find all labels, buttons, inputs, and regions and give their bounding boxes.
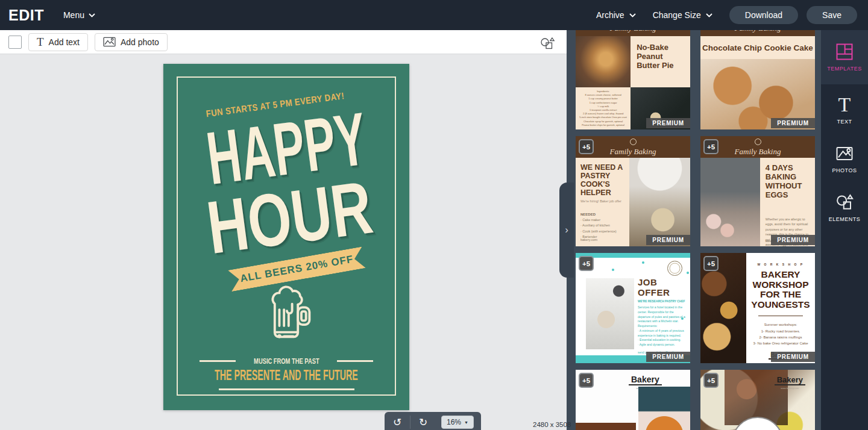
photos-icon: [835, 145, 854, 163]
poster-footer: MUSIC FROM THE PAST THE PRESENTE AND THE…: [163, 357, 409, 390]
template-title: 4 DAYS BAKING WITHOUT EGGS: [766, 164, 810, 200]
template-body: Summer workshops: 1- Rocky road brownies…: [751, 322, 810, 346]
template-card-share-and-enjoy[interactable]: +5 Bakery www.bakery.com SHARE AND ENJOY…: [700, 370, 815, 430]
orange-cake-photo: [638, 387, 690, 430]
plus-count-badge: +5: [703, 256, 719, 271]
premium-badge: PREMIUM: [771, 352, 815, 362]
poster-headline-group: FUN STARTS AT 5 PM EVERY DAY! HAPPY HOUR…: [163, 84, 409, 296]
ingredients-text: Ingredients: 8 ounces cream cheese, soft…: [576, 87, 631, 129]
bakery-logo-icon: [630, 139, 637, 145]
footer-rule: [219, 388, 354, 390]
template-card-no-bake-pie[interactable]: Family Baking No-Bake Peanut Butter Pie …: [576, 30, 690, 129]
text-tool-icon: T: [37, 36, 44, 48]
template-subtitle: WE'RE RESEARCH PASTRY CHEF: [638, 300, 686, 303]
template-title: No-Bake Peanut Butter Pie: [637, 43, 684, 70]
bakery-logo-text: Bakery: [775, 375, 805, 385]
canvas-dimensions-label: 2480 x 3508: [533, 421, 571, 428]
download-button[interactable]: Download: [729, 6, 798, 24]
plus-count-badge: +5: [703, 139, 719, 154]
topbar-actions: Archive Change Size Download Save: [596, 6, 857, 24]
chevron-down-icon: [706, 13, 712, 17]
add-text-button[interactable]: T Add text: [28, 33, 88, 51]
website-text: www.bakery.com: [775, 387, 805, 390]
website-text: bakery.com: [580, 238, 597, 241]
footer-line-right: [337, 360, 373, 362]
text-icon: T: [838, 96, 851, 114]
template-title: Chocolate Chip Cookie Cake: [702, 43, 813, 52]
chevron-down-icon: [629, 13, 636, 17]
chevron-down-icon: [89, 13, 95, 17]
sidebar-item-elements[interactable]: ELEMENTS: [821, 182, 868, 234]
template-body: Services for a hotel located in the cent…: [638, 305, 686, 347]
workshop-kicker: W O R K S H O P: [751, 263, 810, 266]
premium-badge: PREMIUM: [771, 118, 815, 128]
template-subtitle: We're hiring! Baker job offer: [580, 199, 624, 203]
elements-icon: [835, 193, 854, 211]
plus-count-badge: +5: [579, 139, 594, 154]
app-logo: EDIT: [8, 7, 44, 24]
templates-icon: [835, 43, 854, 61]
needed-title: NEEDED: [580, 213, 624, 216]
image-icon: [103, 37, 116, 47]
archive-dropdown[interactable]: Archive: [596, 10, 636, 20]
bakery-logo-icon: [755, 139, 761, 145]
caret-down-icon: ▼: [464, 420, 468, 425]
template-card-cookie-cake[interactable]: Family Baking Chocolate Chip Cookie Cake…: [700, 30, 815, 129]
save-button[interactable]: Save: [807, 6, 857, 24]
beer-mug-icon: [257, 281, 315, 344]
template-card-pastry-helper[interactable]: +5 Family Baking WE NEED A PASTRY COOK'S…: [576, 136, 690, 246]
pie-photo: [576, 36, 631, 87]
template-card-bakery-workshop[interactable]: +5 W O R K S H O P BAKERY WORKSHOP FOR T…: [700, 253, 815, 363]
templates-panel: Family Baking No-Bake Peanut Butter Pie …: [567, 30, 821, 430]
bakery-window-photo: [700, 158, 760, 246]
sidebar-item-text[interactable]: T TEXT: [821, 84, 868, 136]
plus-count-badge: +5: [579, 373, 594, 388]
app-window: EDIT Menu Archive Change Size Download S…: [0, 0, 868, 430]
template-title: WE NEED A PASTRY COOK'S HELPER: [580, 163, 624, 197]
shapes-icon[interactable]: [540, 37, 556, 49]
template-title: BAKERY WORKSHOP FOR THE YOUNGESTS: [751, 270, 810, 310]
redo-button[interactable]: ↻: [410, 412, 436, 430]
poster-title-line2: HOUR: [204, 172, 376, 262]
add-photo-button[interactable]: Add photo: [95, 33, 168, 51]
premium-badge: PREMIUM: [771, 235, 815, 245]
menu-dropdown[interactable]: Menu: [63, 10, 95, 20]
background-color-swatch-button[interactable]: [8, 36, 22, 49]
canvas-controls: ↺ ↻ 16% ▼: [385, 412, 481, 430]
pie-table-photo: [586, 278, 634, 349]
dough-photo: [629, 158, 690, 246]
footer-line-left: [200, 360, 236, 362]
canvas-toolbar: T Add text Add photo: [0, 30, 567, 54]
poster-footer-small: MUSIC FROM THE PAST: [254, 357, 319, 366]
plus-count-badge: +5: [703, 373, 719, 388]
chevron-right-icon: ›: [565, 224, 568, 236]
template-card-job-offer[interactable]: +5 JOB OFFER WE'RE RESEARCH PASTRY CHEF …: [576, 253, 690, 363]
zoom-select[interactable]: 16% ▼: [441, 416, 474, 429]
sidebar-item-photos[interactable]: PHOTOS: [821, 136, 868, 182]
right-sidebar: TEMPLATES T TEXT PHOTOS ELEMENTS: [821, 30, 868, 430]
redo-icon: ↻: [419, 416, 427, 429]
bakery-stamp-icon: [667, 261, 682, 276]
premium-badge: PREMIUM: [646, 352, 690, 362]
undo-icon: ↺: [393, 416, 401, 429]
template-card-baking-without-eggs[interactable]: +5 Family Baking 4 DAYS BAKING WITHOUT E…: [700, 136, 815, 246]
undo-button[interactable]: ↺: [385, 412, 410, 430]
sidebar-item-templates[interactable]: TEMPLATES: [821, 30, 868, 84]
plus-count-badge: +5: [579, 256, 594, 271]
happy-hour-poster[interactable]: FUN STARTS AT 5 PM EVERY DAY! HAPPY HOUR…: [163, 64, 409, 410]
template-title: JOB OFFER: [638, 277, 686, 298]
poster-footer-large: THE PRESENTE AND THE FUTURE: [215, 367, 358, 384]
change-size-dropdown[interactable]: Change Size: [653, 10, 712, 20]
template-card-bakery-cakes[interactable]: +5 Bakery www.bakery.com: [576, 370, 690, 430]
needed-list: · Cake maker · Auxiliary of kitchen · Co…: [580, 217, 624, 240]
top-bar: EDIT Menu Archive Change Size Download S…: [0, 0, 868, 30]
premium-badge: PREMIUM: [646, 235, 690, 245]
template-grid: Family Baking No-Bake Peanut Butter Pie …: [576, 30, 815, 430]
chocolate-cake-photo: [576, 423, 636, 430]
premium-badge: PREMIUM: [646, 118, 690, 128]
panel-collapse-handle[interactable]: ›: [559, 182, 574, 278]
bakery-logo-text: Bakery: [629, 375, 662, 385]
